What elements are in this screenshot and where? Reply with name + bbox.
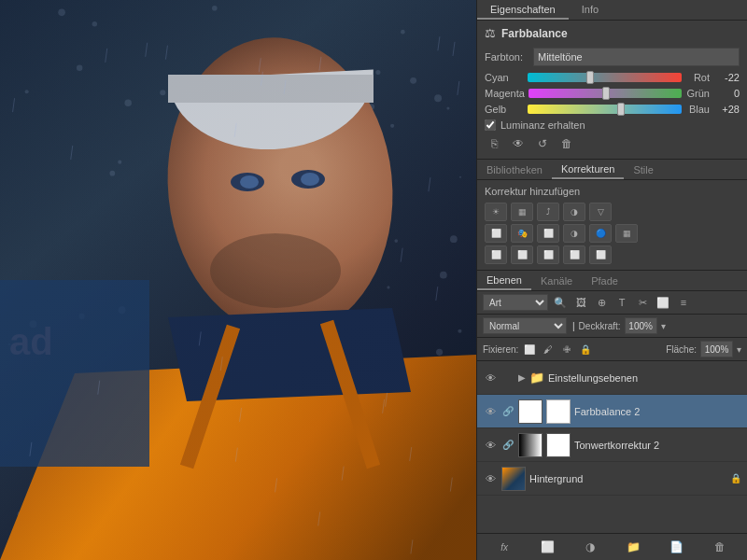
layer-group-icon[interactable]: 📁: [625, 538, 643, 556]
text-layer-icon[interactable]: T: [613, 294, 630, 311]
search-layers-icon[interactable]: 🔍: [552, 294, 569, 311]
channel-mixer-icon[interactable]: ▦: [615, 224, 638, 243]
blend-opacity-row: Normal | Deckkraft: ▾: [477, 315, 747, 338]
layer-visibility-icon[interactable]: 👁: [483, 404, 498, 419]
art-select[interactable]: Art: [483, 294, 548, 311]
tab-info[interactable]: Info: [569, 0, 612, 20]
clip-icon[interactable]: ⎘: [485, 134, 503, 153]
layer-item[interactable]: 👁 🔗 Farbbalance 2: [477, 395, 747, 428]
photo-filter-icon[interactable]: 🔵: [589, 224, 612, 243]
tab-eigenschaften[interactable]: Eigenschaften: [477, 0, 569, 20]
layer-add-icon[interactable]: 📄: [668, 538, 686, 556]
korrektur-title: Korrektur hinzufügen: [485, 186, 740, 197]
curves-icon[interactable]: ⤴: [537, 203, 559, 221]
gradient-icon[interactable]: ▽: [589, 203, 612, 221]
gelb-blau-track[interactable]: [528, 105, 682, 114]
layer-delete-icon[interactable]: 🗑: [711, 538, 729, 556]
fix-pixels-icon[interactable]: ⬜: [522, 342, 537, 357]
eye-icon[interactable]: 👁: [509, 134, 528, 153]
layer-folder-icon: 📁: [529, 371, 544, 385]
blend-mode-select[interactable]: Normal: [483, 317, 567, 334]
korrektur-row-2: ⬜ 🎭 ⬜ ◑ 🔵 ▦: [485, 224, 740, 243]
fixieren-row: Fixieren: ⬜ 🖌 ✙ 🔒 Fläche: ▾: [477, 338, 747, 361]
threshold-icon[interactable]: ⬜: [563, 245, 585, 264]
bw-icon[interactable]: ◑: [563, 224, 585, 243]
flache-input[interactable]: [700, 341, 733, 357]
gelb-blau-value: +28: [713, 104, 740, 115]
ebenen-tab-bar: Ebenen Kanäle Pfade: [477, 271, 747, 291]
panel-title: Farbbalance: [501, 27, 568, 40]
tab-kanaele[interactable]: Kanäle: [531, 271, 582, 290]
korrektur-row-3: ⬜ ⬜ ⬜ ⬜ ⬜: [485, 245, 740, 264]
opacity-input[interactable]: [625, 317, 657, 334]
cyan-rot-value: -22: [713, 72, 740, 83]
blau-label: Blau: [685, 104, 710, 115]
refresh-icon[interactable]: ↺: [533, 134, 552, 153]
cyan-rot-thumb[interactable]: [586, 71, 594, 84]
delete-icon[interactable]: 🗑: [557, 134, 576, 153]
top-tab-bar: Eigenschaften Info: [477, 0, 747, 21]
add-layer-icon[interactable]: ⊕: [593, 294, 610, 311]
farbbalance-icon: ⚖: [485, 26, 496, 40]
layer-thumbnail: [518, 399, 543, 424]
color-lookup-icon[interactable]: ⬜: [485, 245, 507, 264]
posterize-icon[interactable]: ⬜: [537, 245, 559, 264]
layer-list: 👁 ▶ 📁 Einstellungsebenen 👁 🔗 Farbbalance…: [477, 361, 747, 533]
tab-bibliotheken[interactable]: Bibliotheken: [477, 160, 552, 179]
farbton-label: Farbton:: [485, 51, 529, 63]
invert-icon[interactable]: ⬜: [511, 245, 533, 264]
cyan-label: Cyan: [485, 72, 524, 83]
layer-visibility-icon[interactable]: 👁: [483, 371, 498, 385]
cursor-indicator: |: [572, 321, 575, 331]
fix-position-icon[interactable]: ✙: [559, 342, 574, 357]
layer-adjustment-icon[interactable]: ◑: [581, 538, 599, 556]
tab-ebenen[interactable]: Ebenen: [477, 271, 531, 290]
mask-layer-icon[interactable]: ⬜: [655, 294, 671, 311]
magenta-label: Magenta: [485, 88, 525, 99]
layer-item[interactable]: 👁 🔗 Tonwertkorrektur 2: [477, 428, 747, 462]
layer-fx-icon[interactable]: fx: [495, 538, 514, 556]
vibrance-icon[interactable]: ⬜: [485, 224, 507, 243]
fix-lock-icon[interactable]: 🔒: [578, 342, 593, 357]
layer-mask-icon[interactable]: ⬜: [538, 538, 557, 556]
photo-canvas: [0, 0, 476, 560]
colorbalance-icon[interactable]: ⬜: [537, 224, 559, 243]
hsl-icon[interactable]: 🎭: [511, 224, 533, 243]
layer-thumbnail: [501, 467, 526, 491]
gelb-blau-thumb[interactable]: [617, 103, 625, 116]
layer-visibility-icon[interactable]: 👁: [483, 438, 498, 453]
farbton-select[interactable]: Mitteltöne Lichter Tiefen: [533, 48, 740, 66]
brightness-icon[interactable]: ☀: [485, 203, 507, 221]
flache-arrow[interactable]: ▾: [737, 344, 741, 355]
fix-paint-icon[interactable]: 🖌: [541, 342, 556, 357]
magenta-gruen-track[interactable]: [529, 89, 682, 98]
luminanz-checkbox[interactable]: [485, 119, 496, 131]
eigenschaften-panel: ⚖ Farbbalance Farbton: Mitteltöne Lichte…: [477, 21, 747, 160]
layer-link-icon: 🔗: [501, 405, 514, 418]
layer-collapse-arrow[interactable]: ▶: [518, 372, 526, 383]
opacity-arrow[interactable]: ▾: [661, 321, 666, 331]
layer-mask-thumbnail: [546, 433, 571, 457]
tab-stile[interactable]: Stile: [624, 160, 662, 179]
tab-pfade[interactable]: Pfade: [582, 271, 627, 290]
layer-name: Tonwertkorrektur 2: [574, 440, 741, 451]
layer-visibility-icon[interactable]: 👁: [483, 471, 498, 486]
layer-item[interactable]: 👁 Hintergrund 🔒: [477, 462, 747, 496]
magenta-gruen-thumb[interactable]: [602, 87, 610, 100]
adjustment-layer-icon[interactable]: ✂: [634, 294, 651, 311]
layer-item[interactable]: 👁 ▶ 📁 Einstellungsebenen: [477, 361, 747, 395]
exposure-icon[interactable]: ◑: [563, 203, 585, 221]
layer-link-icon: 🔗: [501, 439, 514, 452]
layer-lock-icon: 🔒: [730, 473, 741, 483]
layers-icon[interactable]: 🖼: [572, 294, 589, 311]
layer-link-icon: [501, 371, 514, 385]
levels-icon[interactable]: ▦: [511, 203, 533, 221]
luminanz-label: Luminanz erhalten: [500, 119, 585, 131]
more-options-icon[interactable]: ≡: [675, 294, 692, 311]
mid-tab-bar: Bibliotheken Korrekturen Stile: [477, 160, 747, 180]
tab-korrekturen[interactable]: Korrekturen: [552, 160, 624, 179]
eigenschaften-icons-row: ⎘ 👁 ↺ 🗑: [485, 134, 740, 153]
fixieren-label: Fixieren:: [483, 344, 518, 355]
gradient-map-icon[interactable]: ⬜: [589, 245, 612, 264]
cyan-rot-track[interactable]: [528, 73, 682, 82]
